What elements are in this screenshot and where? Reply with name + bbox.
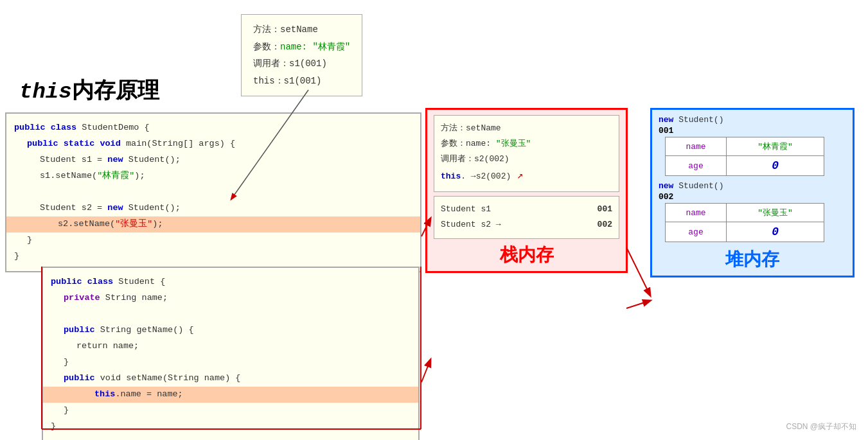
main-line2: Student s2 →002 (441, 217, 612, 233)
sn-line3: 调用者：s2(002) (441, 152, 612, 167)
student-line-6: } (51, 355, 411, 371)
info-line-method: 方法：setName (253, 21, 350, 39)
stack-frame-main: Student s1001 Student s2 →002 (434, 196, 619, 239)
watermark: CSDN @疯子却不知 (786, 421, 856, 432)
student-line-4: public String getName() { (51, 322, 411, 339)
heap-addr-002: 002 (659, 192, 846, 202)
stack-title-label: 栈内存 (434, 243, 619, 267)
title-this: this (19, 80, 72, 104)
heap-obj1-label: new Student() (659, 115, 846, 125)
svg-line-1 (626, 301, 650, 308)
code-line-8: } (14, 233, 412, 249)
sn-line1: 方法：setName (441, 121, 612, 136)
sn-line4: this. →s2(002) ↗ (441, 167, 612, 186)
heap-memory-box: new Student() 001 name "林青霞" age 0 new S… (650, 108, 855, 277)
student-line-3 (51, 306, 411, 322)
student-line-7: public void setName(String name) { (51, 371, 411, 387)
main-line1: Student s1001 (441, 202, 612, 218)
page-title: this内存原理 (19, 76, 159, 105)
stack-frame-setname: 方法：setName 参数：name: "张曼玉" 调用者：s2(002) th… (434, 115, 619, 192)
code-line-6: Student s2 = new Student(); (14, 200, 412, 216)
student-line-10: } (51, 419, 411, 435)
svg-line-0 (626, 247, 650, 295)
heap-table-001: name "林青霞" age 0 (665, 137, 824, 176)
heap-addr-001: 001 (659, 126, 846, 136)
code-line-3: Student s1 = new Student(); (14, 152, 412, 168)
code-box-studentdemo: public class StudentDemo { public static… (5, 112, 421, 272)
student-line-5: return name; (51, 339, 411, 355)
code-line-1: public class StudentDemo { (14, 120, 412, 136)
heap-title-label: 堆内存 (659, 247, 846, 272)
student-line-9: } (51, 403, 411, 419)
info-line-caller: 调用者：s1(001) (253, 55, 350, 73)
student-line-8: this.name = name; (43, 387, 418, 403)
heap-table-002: name "张曼玉" age 0 (665, 203, 824, 242)
student-line-2: private String name; (51, 290, 411, 306)
info-line-param: 参数：name: "林青霞" (253, 39, 350, 56)
svg-line-3 (421, 360, 430, 382)
code-line-2: public static void main(String[] args) { (14, 136, 412, 152)
info-line-this: this：s1(001) (253, 73, 350, 90)
heap-obj2-label: new Student() (659, 181, 846, 191)
sn-line2: 参数：name: "张曼玉" (441, 136, 612, 152)
stack-memory-box: 方法：setName 参数：name: "张曼玉" 调用者：s2(002) th… (425, 108, 628, 273)
code-line-9: } (14, 249, 412, 265)
code-line-7: s2.setName("张曼玉"); (6, 216, 420, 233)
top-info-box: 方法：setName 参数：name: "林青霞" 调用者：s1(001) th… (241, 14, 362, 96)
code-line-5 (14, 184, 412, 200)
code-box-student: public class Student { private String na… (42, 267, 420, 440)
title-rest: 内存原理 (72, 80, 159, 104)
code-line-4: s1.setName("林青霞"); (14, 168, 412, 184)
student-line-1: public class Student { (51, 274, 411, 290)
